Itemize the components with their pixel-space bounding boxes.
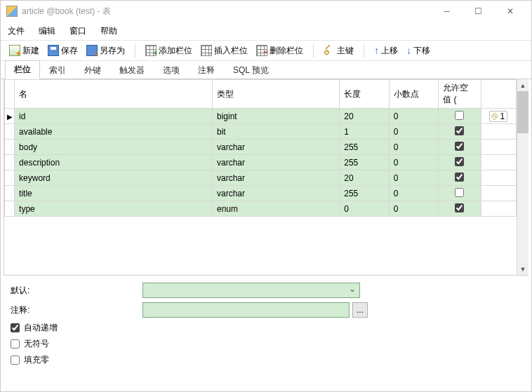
scroll-down-button[interactable]: ▼ <box>517 263 528 275</box>
cell-allow-null[interactable] <box>439 170 481 186</box>
cell-type[interactable]: varchar <box>213 170 340 186</box>
cell-name[interactable]: type <box>15 201 213 217</box>
scroll-thumb[interactable] <box>517 91 528 133</box>
allow-null-checkbox[interactable] <box>455 126 464 135</box>
new-button[interactable]: 新建 <box>6 43 42 58</box>
cell-key[interactable] <box>481 186 516 201</box>
move-up-button[interactable]: ↑上移 <box>371 43 401 58</box>
table-row[interactable]: titlevarchar2550 <box>5 186 517 201</box>
tab-triggers[interactable]: 触发器 <box>110 61 154 79</box>
column-header-key[interactable] <box>481 80 516 109</box>
scroll-up-button[interactable]: ▲ <box>517 79 528 91</box>
zerofill-checkbox[interactable] <box>11 356 20 365</box>
allow-null-checkbox[interactable] <box>455 157 464 166</box>
menu-edit[interactable]: 编辑 <box>39 25 55 37</box>
scroll-track[interactable] <box>517 133 528 263</box>
cell-type[interactable]: varchar <box>213 140 340 155</box>
cell-allow-null[interactable] <box>439 201 481 217</box>
cell-key[interactable]: ⚿1 <box>481 109 516 124</box>
delete-field-button[interactable]: 删除栏位 <box>253 43 306 58</box>
cell-length[interactable]: 0 <box>340 201 389 217</box>
cell-name[interactable]: available <box>15 124 213 140</box>
cell-length[interactable]: 1 <box>340 124 389 140</box>
tab-sql-preview[interactable]: SQL 预览 <box>224 61 278 79</box>
cell-type[interactable]: bit <box>213 124 340 140</box>
default-select[interactable] <box>142 283 360 298</box>
cell-length[interactable]: 255 <box>340 140 389 155</box>
cell-decimals[interactable]: 0 <box>389 109 438 124</box>
auto-increment-label[interactable]: 自动递增 <box>24 322 58 334</box>
cell-decimals[interactable]: 0 <box>389 140 438 155</box>
cell-allow-null[interactable] <box>439 140 481 155</box>
save-as-button[interactable]: 另存为 <box>84 43 128 58</box>
cell-decimals[interactable]: 0 <box>389 124 438 140</box>
column-header-name[interactable]: 名 <box>15 80 213 109</box>
cell-key[interactable] <box>481 155 516 170</box>
table-row[interactable]: bodyvarchar2550 <box>5 140 517 155</box>
tab-indexes[interactable]: 索引 <box>40 61 75 79</box>
unsigned-checkbox[interactable] <box>11 339 20 349</box>
column-header-decimals[interactable]: 小数点 <box>389 80 438 109</box>
tab-options[interactable]: 选项 <box>154 61 189 79</box>
cell-type[interactable]: bigint <box>213 109 340 124</box>
cell-allow-null[interactable] <box>439 186 481 201</box>
cell-key[interactable] <box>481 170 516 186</box>
cell-decimals[interactable]: 0 <box>389 170 438 186</box>
insert-field-button[interactable]: 插入栏位 <box>198 43 251 58</box>
table-row[interactable]: ▶idbigint200⚿1 <box>5 109 517 124</box>
cell-type[interactable]: varchar <box>213 155 340 170</box>
column-header-length[interactable]: 长度 <box>340 80 389 109</box>
table-row[interactable]: descriptionvarchar2550 <box>5 155 517 170</box>
cell-key[interactable] <box>481 124 516 140</box>
cell-decimals[interactable]: 0 <box>389 201 438 217</box>
cell-name[interactable]: body <box>15 140 213 155</box>
table-row[interactable]: typeenum00 <box>5 201 517 217</box>
cell-length[interactable]: 255 <box>340 186 389 201</box>
cell-type[interactable]: enum <box>213 201 340 217</box>
allow-null-checkbox[interactable] <box>455 203 464 212</box>
allow-null-checkbox[interactable] <box>455 142 464 151</box>
vertical-scrollbar[interactable]: ▲ ▼ <box>517 79 528 275</box>
move-down-button[interactable]: ↓下移 <box>404 43 433 58</box>
cell-name[interactable]: id <box>15 109 213 124</box>
menu-help[interactable]: 帮助 <box>100 25 117 37</box>
auto-increment-checkbox[interactable] <box>11 323 20 332</box>
allow-null-checkbox[interactable] <box>455 173 464 182</box>
column-header-type[interactable]: 类型 <box>213 80 340 109</box>
close-button[interactable]: ✕ <box>494 1 526 21</box>
add-field-button[interactable]: 添加栏位 <box>142 43 195 58</box>
cell-length[interactable]: 20 <box>340 109 389 124</box>
comment-input[interactable] <box>142 302 350 318</box>
cell-name[interactable]: description <box>15 155 213 170</box>
zerofill-label[interactable]: 填充零 <box>24 354 49 366</box>
cell-key[interactable] <box>481 201 516 217</box>
tab-fields[interactable]: 栏位 <box>5 60 40 79</box>
cell-allow-null[interactable] <box>439 124 481 140</box>
cell-length[interactable]: 255 <box>340 155 389 170</box>
cell-allow-null[interactable] <box>439 155 481 170</box>
save-button[interactable]: 保存 <box>45 43 81 58</box>
cell-name[interactable]: keyword <box>15 170 213 186</box>
cell-decimals[interactable]: 0 <box>389 155 438 170</box>
allow-null-checkbox[interactable] <box>455 188 464 197</box>
table-row[interactable]: keywordvarchar200 <box>5 170 517 186</box>
minimize-button[interactable]: ─ <box>431 1 463 21</box>
tab-comment[interactable]: 注释 <box>189 61 224 79</box>
cell-name[interactable]: title <box>15 186 213 201</box>
column-header-null[interactable]: 允许空值 ( <box>439 80 481 109</box>
primary-key-button[interactable]: 主键 <box>321 43 357 58</box>
cell-key[interactable] <box>481 140 516 155</box>
cell-type[interactable]: varchar <box>213 186 340 201</box>
menu-file[interactable]: 文件 <box>8 25 25 37</box>
menu-window[interactable]: 窗口 <box>69 25 86 37</box>
cell-decimals[interactable]: 0 <box>389 186 438 201</box>
cell-allow-null[interactable] <box>439 109 481 124</box>
cell-length[interactable]: 20 <box>340 170 389 186</box>
tab-foreign-keys[interactable]: 外键 <box>75 61 110 79</box>
unsigned-label[interactable]: 无符号 <box>24 338 49 350</box>
maximize-button[interactable]: ☐ <box>463 1 494 21</box>
comment-more-button[interactable]: ... <box>352 302 368 318</box>
table-row[interactable]: availablebit10 <box>5 124 517 140</box>
fields-grid[interactable]: 名 类型 长度 小数点 允许空值 ( ▶idbigint200⚿1availab… <box>4 79 517 275</box>
allow-null-checkbox[interactable] <box>455 111 464 120</box>
